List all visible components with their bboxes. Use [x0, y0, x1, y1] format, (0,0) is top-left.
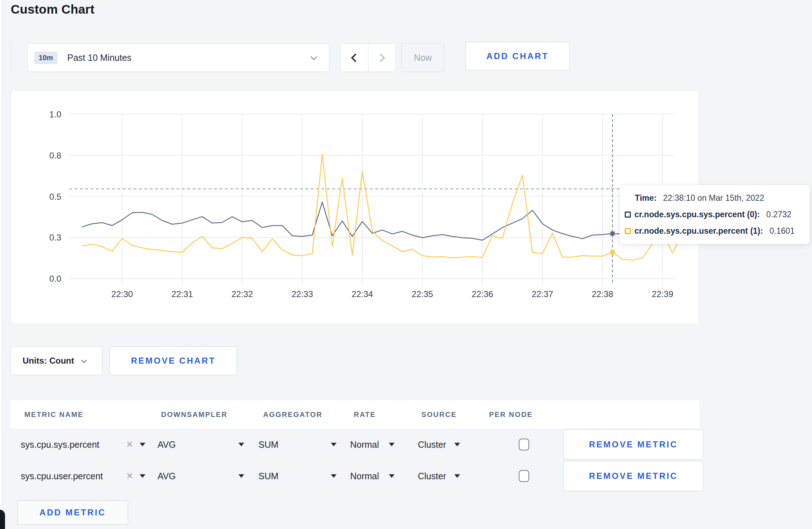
rate-value: Normal — [350, 471, 379, 481]
col-header-rate: RATE — [354, 410, 376, 418]
caret-down-icon — [238, 443, 244, 446]
remove-metric-button[interactable]: REMOVE METRIC — [564, 429, 703, 460]
tooltip-time-value: 22:38:10 on Mar 15th, 2022 — [663, 193, 764, 203]
col-header-per-node: PER NODE — [489, 410, 533, 418]
caret-down-icon — [140, 443, 145, 446]
metric-name-select[interactable]: sys.cpu.user.percent ✕ — [21, 461, 145, 491]
svg-text:22:30: 22:30 — [111, 289, 133, 299]
caret-down-icon — [238, 474, 244, 478]
source-value: Cluster — [418, 440, 446, 450]
remove-metric-button[interactable]: REMOVE METRIC — [564, 461, 703, 491]
aggregator-select[interactable]: SUM — [258, 461, 337, 491]
downsampler-select[interactable]: AVG — [158, 429, 244, 460]
chevron-right-icon — [377, 53, 385, 62]
clear-metric-icon[interactable]: ✕ — [126, 440, 133, 450]
remove-chart-button[interactable]: REMOVE CHART — [110, 346, 237, 375]
rate-select[interactable]: Normal — [350, 429, 395, 460]
window-edge — [0, 0, 3, 529]
chart-panel: 0.00.30.50.81.022:3022:3122:3222:3322:34… — [11, 90, 699, 324]
col-header-downsampler: DOWNSAMPLER — [161, 410, 227, 418]
metrics-table-header: METRIC NAME DOWNSAMPLER AGGREGATOR RATE … — [10, 400, 699, 428]
aggregator-value: SUM — [258, 471, 279, 481]
rate-value: Normal — [350, 440, 379, 450]
col-header-metric-name: METRIC NAME — [24, 410, 83, 418]
aggregator-select[interactable]: SUM — [258, 429, 337, 460]
chevron-down-icon — [310, 53, 317, 60]
overlay-fragment — [0, 510, 5, 529]
metric-row: sys.cpu.sys.percent ✕ AVG SUM Normal Clu… — [10, 429, 699, 460]
page-title: Custom Chart — [11, 2, 95, 16]
units-label: Units: Count — [23, 356, 74, 366]
chevron-down-icon — [81, 357, 87, 363]
svg-text:22:35: 22:35 — [412, 289, 433, 299]
units-dropdown[interactable]: Units: Count — [11, 346, 102, 375]
add-metric-button[interactable]: ADD METRIC — [17, 500, 128, 525]
caret-down-icon — [389, 443, 395, 446]
time-window-badge: 10m — [34, 52, 57, 64]
custom-chart-page: Custom Chart 10m Past 10 Minutes Now ADD… — [0, 0, 812, 529]
svg-text:22:34: 22:34 — [352, 289, 373, 299]
svg-text:22:38: 22:38 — [592, 289, 613, 299]
downsampler-value: AVG — [158, 471, 176, 481]
metric-row: sys.cpu.user.percent ✕ AVG SUM Normal Cl… — [10, 461, 699, 491]
svg-text:22:32: 22:32 — [232, 289, 253, 299]
caret-down-icon — [331, 443, 337, 446]
tooltip-series-label: cr.node.sys.cpu.user.percent (1): — [634, 226, 763, 236]
source-select[interactable]: Cluster — [418, 429, 460, 460]
clear-metric-icon[interactable]: ✕ — [126, 471, 133, 481]
chevron-left-icon — [351, 53, 359, 62]
svg-text:0.0: 0.0 — [49, 274, 61, 283]
svg-text:22:37: 22:37 — [532, 289, 553, 299]
svg-text:22:33: 22:33 — [291, 289, 313, 299]
downsampler-select[interactable]: AVG — [158, 461, 244, 491]
user-series-swatch-icon — [625, 228, 631, 234]
next-time-button[interactable] — [368, 44, 396, 72]
caret-down-icon — [454, 474, 460, 478]
caret-down-icon — [454, 443, 460, 446]
now-button[interactable]: Now — [401, 43, 444, 72]
aggregator-value: SUM — [258, 440, 279, 450]
svg-text:0.8: 0.8 — [49, 151, 61, 160]
col-header-aggregator: AGGREGATOR — [263, 410, 323, 418]
tooltip-time-label: Time: — [635, 193, 657, 203]
tooltip-series-label: cr.node.sys.cpu.sys.percent (0): — [634, 210, 760, 219]
metric-name-value: sys.cpu.user.percent — [21, 471, 103, 481]
source-value: Cluster — [418, 471, 446, 481]
metric-name-select[interactable]: sys.cpu.sys.percent ✕ — [21, 429, 145, 460]
cpu-chart-plot[interactable]: 0.00.30.50.81.022:3022:3122:3222:3322:34… — [11, 91, 700, 325]
tooltip-series-row: cr.node.sys.cpu.user.percent (1): 0.1601 — [620, 223, 809, 239]
toolbar-divider — [11, 43, 11, 72]
time-pager — [340, 43, 396, 72]
tooltip-time-row: Time: 22:38:10 on Mar 15th, 2022 — [620, 190, 809, 206]
svg-text:22:36: 22:36 — [472, 289, 493, 299]
rate-select[interactable]: Normal — [350, 461, 395, 491]
chart-tooltip: Time: 22:38:10 on Mar 15th, 2022 cr.node… — [619, 185, 810, 244]
svg-text:0.5: 0.5 — [49, 192, 61, 202]
source-select[interactable]: Cluster — [418, 461, 460, 491]
caret-down-icon — [331, 474, 337, 478]
tooltip-series-row: cr.node.sys.cpu.sys.percent (0): 0.2732 — [620, 206, 809, 223]
sys-series-swatch-icon — [625, 212, 631, 218]
time-window-dropdown[interactable]: 10m Past 10 Minutes — [28, 43, 329, 72]
prev-time-button[interactable] — [340, 44, 368, 72]
per-node-checkbox[interactable] — [519, 439, 529, 451]
svg-text:0.3: 0.3 — [49, 233, 61, 242]
caret-down-icon — [140, 474, 145, 478]
tooltip-series-value: 0.2732 — [766, 210, 791, 219]
downsampler-value: AVG — [158, 440, 176, 450]
per-node-checkbox[interactable] — [519, 470, 529, 482]
add-chart-button[interactable]: ADD CHART — [465, 42, 570, 71]
time-window-label: Past 10 Minutes — [67, 53, 131, 63]
metric-name-value: sys.cpu.sys.percent — [21, 440, 100, 450]
svg-text:1.0: 1.0 — [49, 110, 61, 119]
tooltip-series-value: 0.1601 — [769, 226, 794, 236]
col-header-source: SOURCE — [421, 410, 457, 418]
svg-text:22:31: 22:31 — [171, 289, 193, 299]
svg-text:22:39: 22:39 — [652, 289, 673, 299]
caret-down-icon — [389, 474, 395, 478]
